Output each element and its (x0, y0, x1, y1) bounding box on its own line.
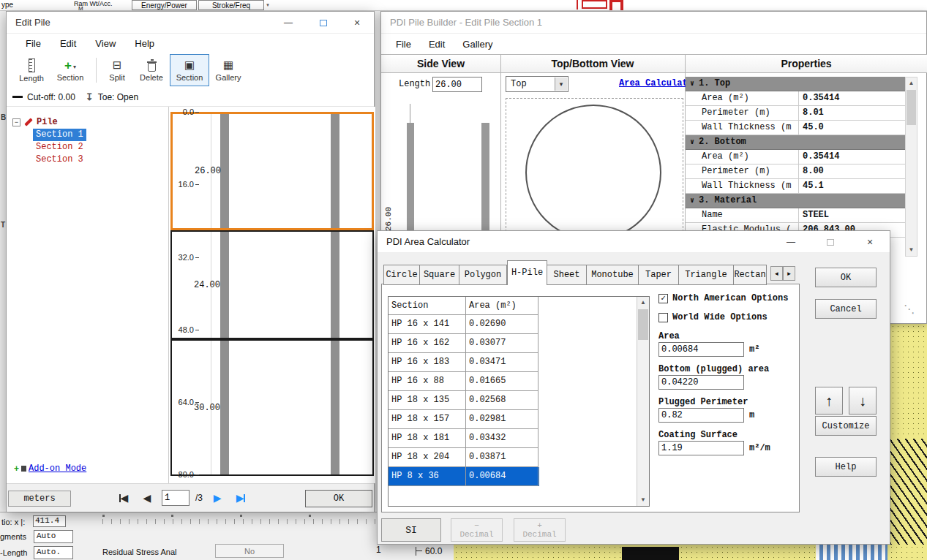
decimal-minus-button[interactable]: − Decimal (451, 518, 503, 542)
checkbox-unchecked-icon[interactable] (658, 313, 668, 322)
collapse-icon[interactable]: ∨ (686, 194, 699, 208)
property-row[interactable]: Perimeter (m)8.01 (686, 106, 917, 121)
table-row[interactable]: HP 16 x 1410.02690 (389, 315, 539, 334)
pile-section-3-rect[interactable]: 30.00 (170, 339, 374, 476)
split-tool[interactable]: ⊟ Split (101, 54, 133, 86)
edit-pile-titlebar[interactable]: Edit Pile — × (7, 12, 374, 34)
scroll-up-icon[interactable]: ▲ (637, 297, 649, 309)
minimize-button[interactable]: — (778, 231, 803, 253)
tree-item-section-1[interactable]: Section 1 (33, 129, 86, 141)
addon-mode-link[interactable]: Add-on Mode (29, 463, 86, 474)
tab-scroll-left-button[interactable]: ◄ (770, 266, 783, 281)
property-group-bottom[interactable]: ∨2. Bottom (686, 135, 917, 150)
page-input[interactable] (162, 490, 189, 506)
menu-help[interactable]: Help (135, 38, 154, 49)
table-row[interactable]: HP 18 x 1570.02981 (389, 410, 539, 429)
scroll-down-icon[interactable]: ▼ (266, 3, 270, 7)
menu-file[interactable]: File (26, 38, 41, 49)
last-page-button[interactable]: ▶ (232, 490, 249, 506)
decimal-plus-button[interactable]: + Decimal (514, 518, 566, 542)
tab-scroll-right-button[interactable]: ► (783, 266, 795, 281)
scroll-down-icon[interactable]: ▼ (906, 244, 917, 256)
tab-rectangle[interactable]: Rectan (734, 265, 767, 285)
plugged-perimeter-input[interactable] (658, 408, 744, 423)
dropdown-caret-icon[interactable]: ▾ (73, 63, 76, 72)
section-view-tool[interactable]: ▣ Section (170, 54, 209, 86)
gallery-tool[interactable]: ▦ Gallery (209, 54, 247, 86)
table-row[interactable]: HP 18 x 2040.03871 (389, 448, 539, 467)
menu-file[interactable]: File (396, 39, 411, 50)
cancel-button[interactable]: Cancel (815, 299, 877, 319)
customize-button[interactable]: Customize (815, 416, 877, 436)
close-button[interactable]: × (857, 231, 882, 253)
property-row[interactable]: Perimeter (m)8.00 (686, 164, 917, 179)
tree-expander-icon[interactable]: − (12, 118, 20, 126)
property-group-top[interactable]: ∨1. Top (686, 77, 917, 91)
tab-triangle[interactable]: Triangle (679, 265, 734, 285)
resize-grip-icon[interactable]: ⋱ (904, 303, 915, 316)
delete-tool[interactable]: Delete (133, 54, 170, 86)
length-tool[interactable]: Length (14, 54, 49, 86)
ok-button[interactable]: OK (815, 268, 877, 287)
table-row[interactable]: HP 16 x 880.01665 (389, 372, 539, 391)
tab-circle[interactable]: Circle (383, 265, 420, 285)
tab-monotube[interactable]: Monotube (587, 265, 639, 285)
tree-item-section-2[interactable]: Section 2 (33, 141, 86, 154)
minimize-button[interactable]: — (276, 12, 301, 34)
checkbox-checked-icon[interactable]: ✓ (658, 294, 668, 303)
north-american-option[interactable]: ✓ North American Options (658, 293, 788, 303)
si-units-button[interactable]: SI (381, 518, 441, 542)
pile-section-1-rect[interactable]: 26.00 (170, 112, 374, 230)
collapse-icon[interactable]: ∨ (686, 77, 699, 91)
length-input[interactable] (432, 77, 482, 92)
menu-edit[interactable]: Edit (429, 39, 445, 50)
scrollbar-thumb[interactable] (638, 309, 648, 340)
tab-square[interactable]: Square (420, 265, 459, 285)
next-page-button[interactable]: ▶ (209, 490, 226, 506)
area-input[interactable] (658, 342, 744, 357)
table-row[interactable]: HP 16 x 1830.03471 (389, 353, 539, 372)
pile-section-2-rect[interactable]: 24.00 (170, 230, 374, 339)
pile-builder-titlebar[interactable]: PDI Pile Builder - Edit Pile Section 1 (381, 12, 926, 34)
coating-surface-input[interactable] (658, 441, 744, 455)
view-selector-dropdown[interactable]: Top ▾ (506, 76, 568, 92)
previous-page-button[interactable]: ◀ (138, 490, 156, 506)
addon-mode[interactable]: + Add-on Mode (14, 463, 86, 474)
scrollbar-thumb[interactable] (907, 90, 916, 125)
tree-root-label[interactable]: Pile (37, 117, 58, 127)
scroll-down-icon[interactable]: ▼ (637, 494, 649, 506)
help-button[interactable]: Help (815, 457, 877, 477)
units-button[interactable]: meters (8, 491, 71, 507)
tab-polygon[interactable]: Polygon (459, 265, 507, 285)
property-group-material[interactable]: ∨3. Material (686, 194, 917, 208)
property-row[interactable]: Wall Thickness (m45.0 (686, 121, 917, 135)
menu-gallery[interactable]: Gallery (462, 39, 492, 50)
section-list-scrollbar[interactable]: ▲ ▼ (637, 297, 649, 506)
tab-h-pile[interactable]: H-Pile (507, 260, 547, 285)
dropdown-arrow-icon[interactable]: ▾ (555, 77, 567, 91)
table-row-selected[interactable]: HP 8 x 360.00684 (389, 467, 539, 486)
maximize-button[interactable] (311, 12, 336, 34)
move-down-button[interactable]: ↓ (849, 387, 877, 415)
menu-view[interactable]: View (95, 38, 116, 49)
table-row[interactable]: HP 18 x 1810.03432 (389, 429, 539, 448)
move-up-button[interactable]: ↑ (815, 387, 843, 415)
property-row[interactable]: Wall Thickness (m45.1 (686, 179, 917, 194)
collapse-icon[interactable]: ∨ (686, 135, 699, 149)
tree-item-section-3[interactable]: Section 3 (33, 154, 86, 166)
ok-button[interactable]: OK (305, 490, 372, 507)
property-row[interactable]: Area (m²)0.35414 (686, 150, 917, 164)
tab-taper[interactable]: Taper (639, 265, 679, 285)
bottom-area-input[interactable] (658, 375, 744, 390)
property-row[interactable]: NameSTEEL (686, 208, 917, 223)
first-page-button[interactable]: ◀ (115, 490, 132, 506)
close-button[interactable]: × (345, 12, 369, 34)
table-row[interactable]: HP 16 x 1620.03077 (389, 334, 539, 353)
world-wide-option[interactable]: World Wide Options (658, 312, 768, 322)
maximize-button[interactable] (818, 231, 843, 253)
residual-no-button[interactable]: No (215, 544, 284, 558)
add-section-tool[interactable]: +▾ Section (49, 54, 91, 86)
properties-scrollbar[interactable]: ▲ ▼ (905, 77, 917, 257)
property-row[interactable]: Area (m²)0.35414 (686, 91, 917, 106)
pile-drawing-canvas[interactable]: 26.00 24.00 30.00 0.0 16.0 32.0 48.0 64.… (169, 107, 375, 483)
